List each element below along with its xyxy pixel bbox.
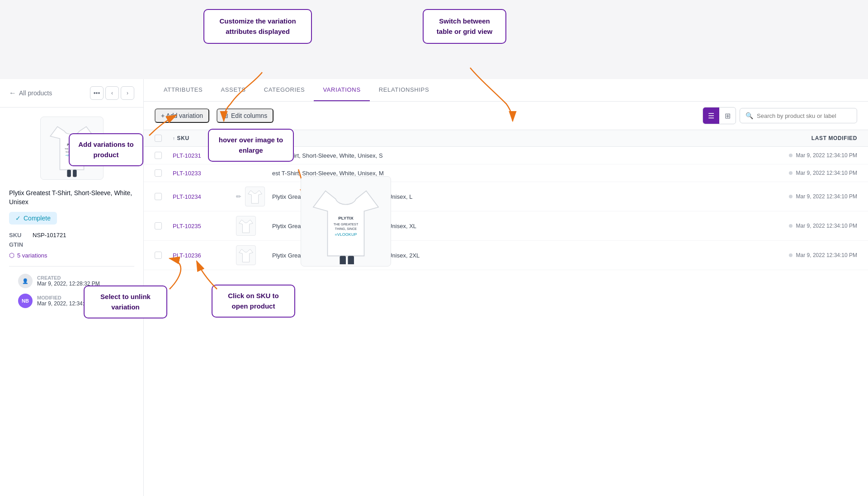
edit-columns-label: Edit columns: [231, 112, 267, 119]
modified-info: MODIFIED Mar 9, 2022, 12:34:51 PM: [37, 295, 100, 307]
created-section: 👤 CREATED Mar 9, 2022, 12:28:32 PM NB MO…: [9, 274, 134, 308]
back-link-label: All products: [19, 89, 52, 97]
row3-modified-text: Mar 9, 2022 12:34:10 PM: [796, 193, 857, 200]
row4-modified-text: Mar 9, 2022 12:34:10 PM: [796, 223, 857, 229]
tab-variations[interactable]: VARIATIONS: [314, 79, 369, 101]
back-link[interactable]: ← All products: [9, 89, 52, 97]
enlarged-image-popup: PLYTIX THE GREATEST THING, SINCE =VLOOKU…: [301, 176, 391, 267]
row2-sku-link[interactable]: PLT-10233: [173, 170, 201, 177]
sku-column-header[interactable]: ↑ SKU: [173, 135, 236, 142]
table-row: PLT-10234 ✏ Plytix Greatest T-Shirt, Sho…: [144, 182, 868, 211]
row1-label: est T-Shirt, Short-Sleeve, White, Unisex…: [272, 152, 383, 159]
tab-categories[interactable]: CATEGORIES: [255, 79, 314, 101]
row3-modified-dot: [789, 195, 793, 198]
row5-modified-text: Mar 9, 2022 12:34:10 PM: [796, 252, 857, 258]
row1-checkbox-col: [155, 152, 173, 159]
tab-assets[interactable]: ASSETS: [212, 79, 255, 101]
created-info: CREATED Mar 9, 2022, 12:28:32 PM: [37, 275, 100, 287]
variations-link[interactable]: ⬡ 5 variations: [9, 252, 134, 259]
svg-text:THING, SINCE: THING, SINCE: [335, 227, 357, 231]
search-box: 🔍: [740, 108, 857, 123]
edit-columns-button[interactable]: ⊞ Edit columns: [217, 108, 274, 123]
row4-sku-cell: PLT-10235: [173, 222, 236, 230]
table-row: PLT-10233 est T-Shirt, Short-Sleeve, Whi…: [144, 164, 868, 182]
tab-nav: ATTRIBUTES ASSETS CATEGORIES VARIATIONS …: [144, 79, 868, 102]
row3-image-cell: ✏: [236, 187, 272, 206]
row3-thumb-svg: [245, 187, 264, 206]
svg-text:THE GREATEST: THE GREATEST: [64, 148, 79, 150]
row3-checkbox[interactable]: [155, 193, 162, 200]
sidebar-divider: [9, 266, 134, 267]
variations-count: 5 variations: [17, 252, 47, 259]
row3-sku-link[interactable]: PLT-10234: [173, 193, 201, 200]
sku-sort: ↑ SKU: [173, 135, 189, 141]
row3-sku-cell: PLT-10234: [173, 192, 236, 201]
sidebar-nav: ← All products ••• ‹ ›: [0, 79, 143, 108]
search-input[interactable]: [757, 112, 851, 119]
row4-checkbox[interactable]: [155, 222, 162, 229]
sort-up-icon: ↑: [173, 136, 175, 141]
row4-sku-link[interactable]: PLT-10235: [173, 223, 201, 229]
sku-header-label: SKU: [177, 135, 189, 141]
columns-icon: ⊞: [223, 112, 228, 119]
modified-row: NB MODIFIED Mar 9, 2022, 12:34:51 PM: [18, 294, 125, 308]
row2-label: est T-Shirt, Short-Sleeve, White, Unisex…: [272, 170, 384, 177]
view-toggle: ☰ ⊞: [703, 107, 736, 124]
row5-sku-link[interactable]: PLT-10236: [173, 252, 201, 259]
row1-sku-cell: PLT-10231: [173, 151, 236, 159]
row1-sku-link[interactable]: PLT-10231: [173, 152, 201, 159]
row5-thumbnail: [236, 245, 256, 265]
row1-label-cell: est T-Shirt, Short-Sleeve, White, Unisex…: [272, 151, 758, 159]
svg-text:PLYTIX: PLYTIX: [338, 215, 354, 220]
product-image-container: PLYTIX THE GREATEST THING, SINCE =VLOOKU…: [0, 108, 143, 189]
sku-label: SKU: [9, 232, 27, 239]
row5-checkbox-col: [155, 252, 173, 259]
select-all-checkbox[interactable]: [155, 135, 162, 142]
created-avatar: 👤: [18, 274, 33, 288]
more-options-button[interactable]: •••: [90, 86, 104, 100]
content-area: ATTRIBUTES ASSETS CATEGORIES VARIATIONS …: [144, 79, 868, 496]
row2-sku-cell: PLT-10233: [173, 169, 236, 177]
product-info: Plytix Greatest T-Shirt, Short-Sleeve, W…: [0, 189, 143, 321]
svg-rect-12: [348, 256, 354, 265]
row1-modified-dot: [789, 154, 793, 157]
table-row: PLT-10236 Plytix Greatest T-Shirt, Short…: [144, 241, 868, 270]
svg-rect-11: [340, 256, 346, 265]
table-row: PLT-10235 Plytix Greatest T-Shirt, Short…: [144, 211, 868, 241]
product-image: PLYTIX THE GREATEST THING, SINCE =VLOOKU…: [40, 117, 104, 180]
grid-view-button[interactable]: ⊞: [719, 108, 736, 124]
add-variation-button[interactable]: + Add variation: [155, 108, 209, 123]
row5-thumb-svg: [236, 246, 255, 265]
svg-text:=VLOOKUP: =VLOOKUP: [65, 154, 78, 157]
product-name: Plytix Greatest T-Shirt, Short-Sleeve, W…: [9, 189, 134, 206]
row5-sku-cell: PLT-10236: [173, 251, 236, 259]
product-tshirt-svg: PLYTIX THE GREATEST THING, SINCE =VLOOKU…: [41, 117, 103, 179]
svg-rect-5: [73, 170, 76, 177]
tab-attributes[interactable]: ATTRIBUTES: [155, 79, 212, 101]
row2-checkbox[interactable]: [155, 169, 162, 177]
row4-checkbox-col: [155, 222, 173, 229]
svg-text:=VLOOKUP: =VLOOKUP: [335, 232, 357, 237]
row1-checkbox[interactable]: [155, 152, 162, 159]
row5-modified-dot: [789, 253, 793, 257]
table-view-button[interactable]: ☰: [703, 108, 719, 124]
back-arrow-icon: ←: [9, 89, 16, 97]
variations-icon: ⬡: [9, 252, 14, 259]
gtin-row: GTIN: [9, 241, 134, 248]
variations-toolbar: + Add variation ⊞ Edit columns ☰ ⊞ 🔍: [144, 102, 868, 130]
edit-icon[interactable]: ✏: [236, 193, 241, 200]
row5-checkbox[interactable]: [155, 252, 162, 259]
next-product-button[interactable]: ›: [121, 86, 134, 100]
row3-modified-cell: Mar 9, 2022 12:34:10 PM: [758, 193, 857, 200]
created-row: 👤 CREATED Mar 9, 2022, 12:28:32 PM: [18, 274, 125, 288]
prev-product-button[interactable]: ‹: [105, 86, 119, 100]
row3-checkbox-col: [155, 193, 173, 200]
row2-modified-dot: [789, 171, 793, 175]
main-area: ← All products ••• ‹ › PLYTIX THE G: [0, 79, 868, 496]
tab-relationships[interactable]: RELATIONSHIPS: [370, 79, 439, 101]
modified-column-header: LAST MODIFIED: [758, 135, 857, 141]
table-row: PLT-10231 est T-Shirt, Short-Sleeve, Whi…: [144, 147, 868, 164]
search-icon: 🔍: [745, 112, 753, 119]
toolbar-right: ☰ ⊞ 🔍: [703, 107, 857, 124]
row5-image-cell: [236, 245, 272, 265]
